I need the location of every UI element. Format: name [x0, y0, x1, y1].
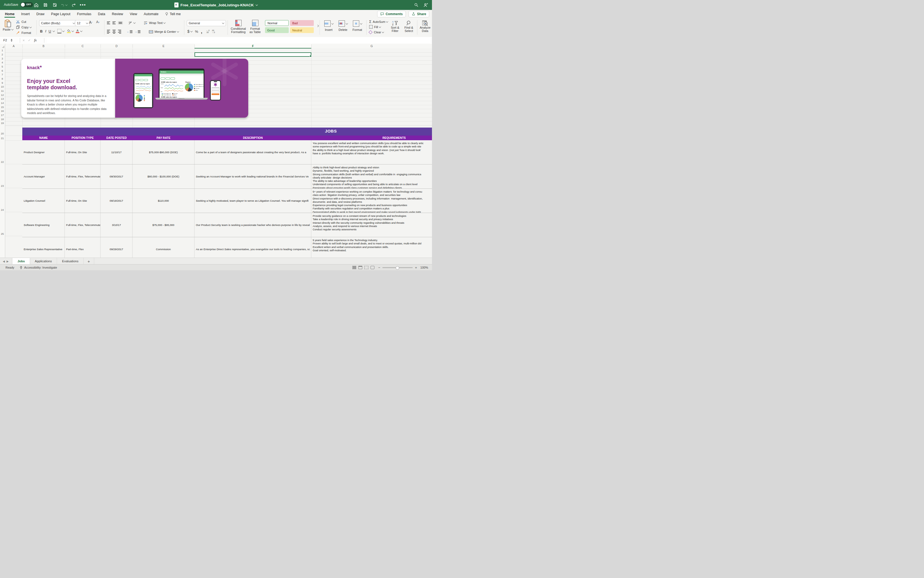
find-select-button[interactable]: Find & Select [403, 20, 415, 32]
italic-button[interactable]: I [44, 29, 48, 33]
cut-button[interactable]: Cut [16, 20, 26, 24]
conditional-formatting-button[interactable]: Conditional Formatting [230, 20, 246, 34]
row-number[interactable]: 13 [0, 97, 5, 100]
custom-view-icon[interactable] [370, 266, 374, 269]
cell-requirements[interactable]: You possess excellent verbal and written… [311, 140, 432, 164]
increase-decimal-button[interactable]: ←.0 .00 [206, 29, 209, 33]
orientation-button[interactable]: ab [128, 21, 135, 25]
shrink-font-button[interactable]: Av [96, 20, 99, 24]
cell-requirements[interactable]: 5 years field sales experience in the Te… [311, 237, 432, 258]
style-good[interactable]: Good [265, 27, 289, 33]
header-date-posted[interactable]: DATE POSTED [101, 136, 133, 140]
clear-button[interactable]: Clear [369, 31, 384, 34]
cell-name[interactable]: Enterprise Sales Representative [22, 237, 65, 258]
style-neutral[interactable]: Neutral [290, 27, 314, 33]
row-number[interactable]: 17 [0, 114, 5, 117]
comma-style-button[interactable]: , [201, 30, 202, 33]
row-number[interactable]: 11 [0, 89, 5, 92]
col-header-b[interactable]: B [22, 44, 65, 49]
share-button[interactable]: Share [409, 11, 429, 17]
sort-filter-button[interactable]: AZ Sort & Filter [389, 20, 401, 32]
underline-button[interactable]: U [48, 29, 52, 33]
cell-pay[interactable]: Commission [133, 237, 195, 258]
underline-dropdown-icon[interactable] [53, 30, 55, 32]
autosave-control[interactable]: AutoSave OFF [4, 2, 33, 7]
cell-requirements[interactable]: Provide security guidance on a constant … [311, 213, 432, 237]
sheet-tab-jobs[interactable]: Jobs [12, 258, 30, 265]
cell-name[interactable]: Product Designer [22, 140, 65, 164]
cell-date[interactable]: 09/30/2017 [101, 164, 133, 188]
row-number[interactable]: 15 [0, 106, 5, 109]
row-number[interactable]: 12 [0, 93, 5, 96]
col-header-a[interactable]: A [5, 44, 22, 49]
merge-center-button[interactable]: Merge & Center [149, 30, 179, 34]
row-number[interactable]: 2 [0, 53, 5, 56]
header-description[interactable]: DESCRIPTION [195, 136, 311, 140]
borders-dropdown-icon[interactable] [62, 30, 65, 32]
copy-button[interactable]: Copy [16, 25, 31, 29]
font-name-select[interactable]: Calibri (Body) [39, 20, 76, 26]
cell-description[interactable]: Our Product Security team is seeking a p… [195, 213, 311, 237]
cell-pay[interactable]: $80,000 - $100,000 (DOE) [133, 164, 195, 188]
tab-insert[interactable]: Insert [18, 10, 33, 18]
name-box-stepper[interactable] [11, 39, 12, 42]
cell-name[interactable]: Account Manager [22, 164, 65, 188]
cell-pay[interactable]: $75,000-$90,000 (DOE) [133, 140, 195, 164]
header-name[interactable]: NAME [22, 136, 65, 140]
row-number[interactable]: 16 [0, 109, 5, 112]
row-number[interactable]: 22 [0, 160, 5, 163]
tab-formulas[interactable]: Formulas [73, 10, 94, 18]
borders-button[interactable] [57, 29, 62, 33]
cancel-icon[interactable]: × [23, 38, 25, 42]
styles-more-icon[interactable] [316, 24, 318, 28]
header-requirements[interactable]: REQUIREMENTS [311, 136, 432, 140]
insert-function-icon[interactable]: fx [34, 38, 37, 42]
cell-date[interactable]: 09/19/2017 [101, 189, 133, 213]
number-format-select[interactable]: General [187, 20, 226, 26]
row-number[interactable]: 25 [0, 232, 5, 235]
increase-indent-icon[interactable]: → [135, 30, 141, 33]
cell-name[interactable]: Software Engineering [22, 213, 65, 237]
align-bottom-icon[interactable] [118, 21, 123, 24]
cell-pay[interactable]: $75,000 - $95,000 [133, 213, 195, 237]
row-number[interactable]: 8 [0, 77, 5, 80]
fill-color-button[interactable] [67, 29, 71, 33]
title-dropdown-icon[interactable] [256, 3, 258, 6]
search-icon[interactable] [413, 2, 419, 8]
style-bad[interactable]: Bad [290, 20, 314, 26]
name-box[interactable]: F2 [1, 37, 20, 43]
tab-data[interactable]: Data [94, 10, 108, 18]
zoom-percent[interactable]: 100% [421, 266, 428, 269]
tab-draw[interactable]: Draw [33, 10, 48, 18]
align-middle-icon[interactable] [112, 21, 116, 24]
wrap-text-button[interactable]: Wrap Text [143, 21, 165, 25]
normal-view-icon[interactable] [352, 266, 356, 269]
insert-cells-button[interactable]: Insert [322, 20, 335, 31]
cell-requirements[interactable]: 5+ years of relevant experience working … [311, 189, 432, 213]
redo-icon[interactable] [70, 2, 76, 8]
currency-dropdown-icon[interactable] [190, 30, 193, 32]
align-center-icon[interactable] [112, 30, 116, 34]
col-header-f-selected[interactable]: F [195, 44, 311, 49]
paste-button[interactable]: Paste [3, 19, 13, 31]
row-number[interactable]: 23 [0, 184, 5, 187]
row-number[interactable]: 6 [0, 69, 5, 72]
tab-page-layout[interactable]: Page Layout [48, 10, 73, 18]
analyze-data-button[interactable]: Analyze Data [419, 20, 432, 32]
more-commands-icon[interactable]: ••• [80, 2, 86, 8]
grow-font-button[interactable]: A^ [89, 20, 93, 24]
autosave-toggle[interactable]: OFF [20, 2, 33, 7]
row-number[interactable]: 1 [0, 49, 5, 52]
cell-position[interactable]: Full-time, Flex, Telecommute [65, 164, 101, 188]
style-normal[interactable]: Normal [265, 20, 289, 26]
row-number[interactable]: 14 [0, 101, 5, 104]
formula-input[interactable] [47, 37, 430, 43]
font-color-button[interactable]: A [76, 29, 80, 33]
format-cells-button[interactable]: Format [351, 20, 364, 31]
sheet-tab-applications[interactable]: Applications [30, 258, 57, 265]
cell-requirements[interactable]: Ability to think high-level about produc… [311, 164, 432, 188]
save-as-icon[interactable] [52, 2, 58, 8]
zoom-slider-thumb[interactable] [396, 266, 399, 270]
cell-position[interactable]: Full-time, On Site [65, 189, 101, 213]
font-color-dropdown-icon[interactable] [80, 30, 82, 32]
